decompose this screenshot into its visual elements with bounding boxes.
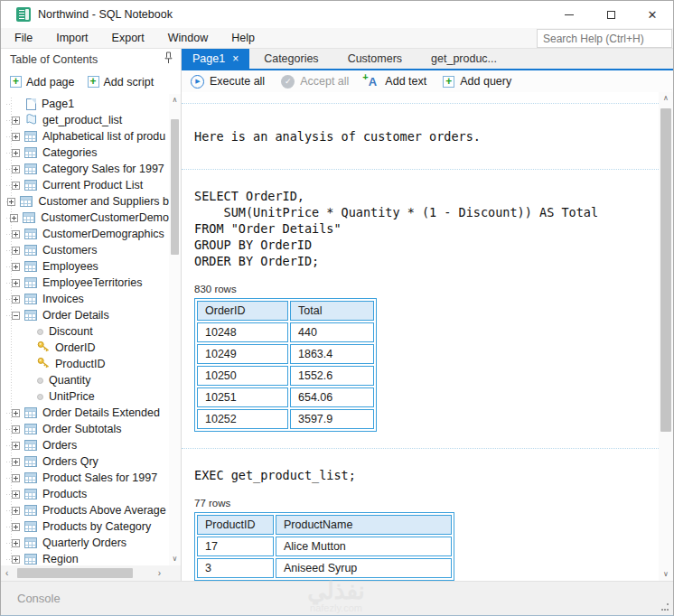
query-cell-2[interactable]: EXEC get_product_list; 77 rows ProductID… bbox=[182, 449, 659, 581]
tree-item[interactable]: Order Details bbox=[1, 307, 169, 323]
expand-icon[interactable] bbox=[12, 458, 20, 466]
expand-icon[interactable] bbox=[12, 507, 20, 515]
scroll-down-arrow[interactable]: ∨ bbox=[173, 553, 178, 565]
tree-item[interactable]: CustomerDemographics bbox=[1, 226, 169, 242]
expand-icon[interactable] bbox=[12, 474, 20, 482]
tree-item[interactable]: Employees bbox=[1, 258, 169, 275]
menu-file[interactable]: File bbox=[3, 28, 44, 49]
tree-item[interactable]: Invoices bbox=[1, 291, 169, 307]
content-vertical-scrollbar[interactable]: ∧ ∨ bbox=[659, 92, 673, 581]
expand-icon[interactable] bbox=[10, 214, 18, 222]
expand-icon[interactable] bbox=[12, 117, 20, 125]
tree-item[interactable]: Product Sales for 1997 bbox=[1, 470, 169, 486]
close-button[interactable]: ✕ bbox=[632, 1, 673, 28]
add-text-button[interactable]: A Add text bbox=[365, 75, 426, 89]
tree-item[interactable]: Customer and Suppliers b bbox=[1, 193, 169, 210]
minimize-button[interactable] bbox=[548, 1, 590, 28]
expand-icon[interactable] bbox=[12, 555, 20, 564]
tree-item[interactable]: Alphabetical list of produ bbox=[1, 128, 169, 145]
tab-categories-label: Categories bbox=[264, 52, 318, 65]
menu-export[interactable]: Export bbox=[100, 28, 156, 49]
expand-icon[interactable] bbox=[12, 295, 20, 303]
tree-item[interactable]: Orders bbox=[1, 437, 169, 453]
tab-get-product[interactable]: get_produc... bbox=[417, 49, 511, 69]
console-bar[interactable]: Console bbox=[1, 581, 673, 615]
toc-hscroll-thumb[interactable] bbox=[17, 568, 133, 578]
menu-help[interactable]: Help bbox=[220, 28, 267, 49]
scroll-right-arrow[interactable]: › bbox=[158, 568, 161, 578]
toc-scroll-thumb[interactable] bbox=[171, 119, 179, 255]
tree-item[interactable]: Quantity bbox=[1, 372, 169, 388]
content-scroll-down-arrow[interactable]: ∨ bbox=[663, 568, 669, 581]
tree-item[interactable]: ProductID bbox=[1, 356, 169, 372]
tree-item[interactable]: Categories bbox=[1, 145, 169, 161]
tree-item[interactable]: Page1 bbox=[1, 96, 169, 112]
query-cell-1[interactable]: SELECT OrderID, SUM(UnitPrice * Quantity… bbox=[182, 170, 659, 449]
expand-icon[interactable] bbox=[12, 490, 20, 499]
tree-item[interactable]: Products by Category bbox=[1, 518, 169, 535]
text-cell[interactable]: Here is an analysis of customer orders. bbox=[182, 103, 659, 170]
tree-item[interactable]: CustomerCustomerDemo bbox=[1, 210, 169, 226]
tree-item-label: Alphabetical list of produ bbox=[42, 130, 165, 143]
tree-item[interactable]: Order Details Extended bbox=[1, 405, 169, 421]
add-query-label: Add query bbox=[460, 75, 511, 88]
expand-icon[interactable] bbox=[12, 165, 20, 173]
add-query-icon: + bbox=[443, 76, 454, 88]
expand-icon[interactable] bbox=[7, 198, 15, 206]
tree-item[interactable]: get_product_list bbox=[1, 112, 169, 128]
add-script-button[interactable]: + Add script bbox=[88, 76, 154, 89]
tree-item[interactable]: UnitPrice bbox=[1, 388, 169, 405]
menu-window[interactable]: Window bbox=[156, 28, 220, 49]
tree-item[interactable]: Products Above Average bbox=[1, 502, 169, 518]
tree-item-label: ProductID bbox=[55, 358, 106, 370]
expand-icon[interactable] bbox=[12, 409, 20, 417]
expand-icon[interactable] bbox=[12, 539, 20, 547]
expand-icon[interactable] bbox=[12, 279, 20, 287]
tab-close-icon[interactable]: × bbox=[232, 52, 239, 65]
tab-page1[interactable]: Page1 × bbox=[182, 49, 249, 69]
expand-icon[interactable] bbox=[12, 149, 20, 157]
expand-icon[interactable] bbox=[12, 182, 20, 190]
expand-icon[interactable] bbox=[12, 442, 20, 450]
column-header: ProductName bbox=[276, 515, 452, 535]
add-page-button[interactable]: + Add page bbox=[10, 76, 75, 89]
tree-item[interactable]: Orders Qry bbox=[1, 453, 169, 470]
tab-categories[interactable]: Categories bbox=[249, 49, 332, 69]
expand-icon[interactable] bbox=[12, 133, 20, 141]
help-search-input[interactable] bbox=[537, 29, 672, 48]
tree-item[interactable]: Category Sales for 1997 bbox=[1, 161, 169, 177]
collapse-icon[interactable] bbox=[12, 312, 20, 320]
add-query-button[interactable]: + Add query bbox=[443, 75, 511, 88]
expand-icon[interactable] bbox=[12, 230, 20, 238]
expand-icon[interactable] bbox=[12, 247, 20, 255]
tree-item[interactable]: Discount bbox=[1, 323, 169, 340]
pin-icon[interactable] bbox=[164, 51, 173, 67]
tree-item[interactable]: OrderID bbox=[1, 340, 169, 356]
content-scroll-up-arrow[interactable]: ∧ bbox=[663, 92, 669, 105]
scroll-up-arrow[interactable]: ∧ bbox=[173, 94, 178, 107]
tree-item[interactable]: Customers bbox=[1, 242, 169, 258]
tree-item[interactable]: Quarterly Orders bbox=[1, 535, 169, 551]
add-page-icon: + bbox=[10, 76, 22, 88]
menu-import[interactable]: Import bbox=[44, 28, 99, 49]
table-cell: 654.06 bbox=[290, 387, 374, 407]
scroll-left-arrow[interactable]: ‹ bbox=[5, 568, 8, 578]
sql-query-2[interactable]: EXEC get_product_list; bbox=[194, 467, 659, 483]
sql-query-1[interactable]: SELECT OrderID, SUM(UnitPrice * Quantity… bbox=[194, 188, 659, 269]
tree-item[interactable]: Order Subtotals bbox=[1, 421, 169, 437]
expand-icon[interactable] bbox=[12, 523, 20, 531]
content-scroll-thumb[interactable] bbox=[660, 108, 671, 432]
toc-horizontal-scrollbar[interactable]: ‹ › bbox=[1, 565, 181, 581]
tab-customers[interactable]: Customers bbox=[333, 49, 417, 69]
tree-item[interactable]: Current Product List bbox=[1, 177, 169, 193]
resize-grip[interactable] bbox=[660, 602, 669, 611]
accept-all-button[interactable]: ✓ Accept all bbox=[281, 75, 349, 89]
maximize-button[interactable] bbox=[590, 1, 632, 28]
tree-item[interactable]: EmployeeTerritories bbox=[1, 275, 169, 291]
execute-all-button[interactable]: ▶ Execute all bbox=[191, 75, 265, 89]
toc-vertical-scrollbar[interactable]: ∧ ∨ bbox=[169, 94, 181, 565]
tree-item[interactable]: Products bbox=[1, 486, 169, 502]
expand-icon[interactable] bbox=[12, 425, 20, 434]
expand-icon[interactable] bbox=[12, 263, 20, 271]
tree-item[interactable]: Region bbox=[1, 551, 169, 565]
